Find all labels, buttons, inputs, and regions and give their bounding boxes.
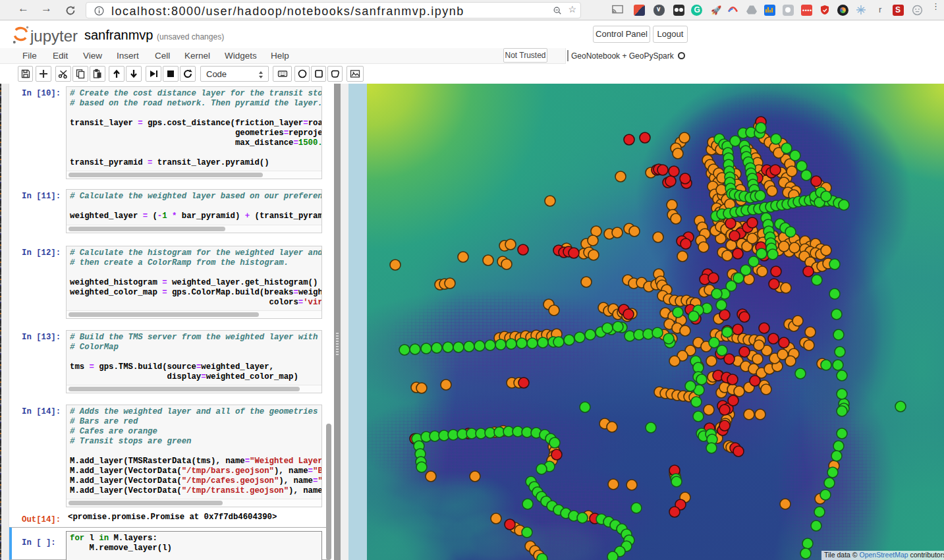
svg-text:jupyter: jupyter — [30, 27, 78, 45]
